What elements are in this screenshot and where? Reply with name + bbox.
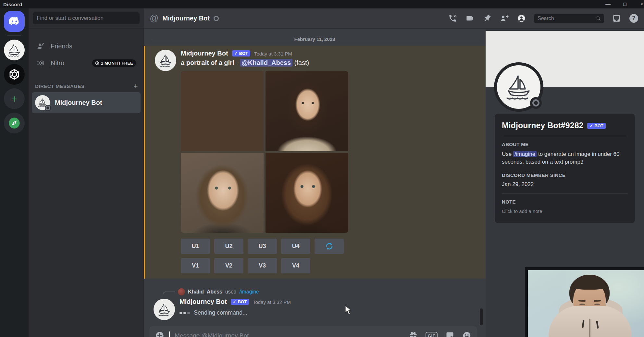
header-toolbar: Search ? <box>448 14 638 23</box>
message-text: a portrait of a girl - @Khalid_Abess (fa… <box>181 59 486 67</box>
generated-image-2[interactable] <box>266 71 348 151</box>
avatar[interactable] <box>154 299 175 320</box>
video-call-icon[interactable] <box>465 14 474 23</box>
dm-item-label: Midjourney Bot <box>55 99 102 106</box>
add-server-button[interactable]: + <box>4 88 25 109</box>
about-me-text: Use /imagine to generate an image in und… <box>502 150 628 166</box>
generated-image-3[interactable] <box>181 153 264 233</box>
nitro-badge-label: 1 MONTH FREE <box>101 61 133 66</box>
timestamp: Today at 3:31 PM <box>254 51 292 56</box>
offline-status-icon <box>214 16 219 21</box>
create-dm-icon[interactable]: + <box>134 84 138 89</box>
search-icon <box>596 16 601 21</box>
webcam-video <box>528 270 644 337</box>
voice-call-icon[interactable] <box>448 14 457 23</box>
variation-3-button[interactable]: V3 <box>248 258 277 273</box>
upscale-1-button[interactable]: U1 <box>181 239 210 254</box>
reroll-button[interactable] <box>315 239 344 254</box>
explore-servers-button[interactable] <box>4 113 25 133</box>
message-area: February 11, 2023 Midjourney Bot ✓ BOT T… <box>144 29 486 337</box>
command-link[interactable]: /imagine <box>240 289 259 295</box>
pinned-messages-icon[interactable] <box>483 14 491 23</box>
nitro-label: Nitro <box>51 59 64 67</box>
sidebar-search-row: Find or start a conversation <box>29 8 144 28</box>
maximize-button[interactable]: □ <box>621 1 628 7</box>
upscale-button-row: U1 U2 U3 U4 <box>181 239 486 254</box>
close-button[interactable]: × <box>638 1 644 7</box>
conversation-search-input[interactable]: Find or start a conversation <box>33 12 140 24</box>
offline-status-badge <box>530 97 542 109</box>
discord-logo-icon <box>8 17 20 26</box>
reply-spine <box>163 292 175 296</box>
gif-picker-icon[interactable]: GIF <box>426 332 438 337</box>
note-label: NOTE <box>502 199 628 205</box>
sidebar-item-nitro[interactable]: Nitro 1 MONTH FREE <box>32 56 140 70</box>
command-action: used <box>225 289 237 295</box>
profile-card: Midjourney Bot#9282 ✓ BOT ABOUT ME Use /… <box>495 114 635 223</box>
search-input[interactable]: Search <box>534 14 604 23</box>
typing-dots-icon <box>180 312 190 314</box>
sailboat-icon <box>503 71 534 103</box>
generated-image-1[interactable] <box>181 71 264 151</box>
home-dm-button[interactable] <box>4 11 25 32</box>
upscale-4-button[interactable]: U4 <box>281 239 310 254</box>
generated-image-grid[interactable] <box>181 71 348 233</box>
reroll-icon <box>325 242 334 251</box>
profile-avatar[interactable] <box>494 62 543 112</box>
bot-badge: ✓ BOT <box>587 123 605 129</box>
user-mention[interactable]: @Khalid_Abess <box>240 59 292 67</box>
check-icon: ✓ <box>233 299 237 304</box>
friends-label: Friends <box>51 43 72 50</box>
command-context-row: Khalid_Abess used /imagine <box>163 288 486 295</box>
inbox-icon[interactable] <box>612 14 621 23</box>
text-caret <box>169 331 170 337</box>
profile-username: Midjourney Bot#9282 ✓ BOT <box>502 121 628 130</box>
avatar[interactable] <box>178 288 185 295</box>
avatar[interactable] <box>155 50 176 71</box>
variation-4-button[interactable]: V4 <box>281 258 310 273</box>
date-divider: February 11, 2023 <box>151 36 478 42</box>
about-me-label: ABOUT ME <box>502 142 628 147</box>
upscale-3-button[interactable]: U3 <box>248 239 277 254</box>
app-title: Discord <box>3 2 22 7</box>
sidebar-item-friends[interactable]: Friends <box>32 39 140 54</box>
generated-image-4[interactable] <box>266 153 348 233</box>
dm-item-midjourney-bot[interactable]: Midjourney Bot <box>32 92 141 113</box>
message-author[interactable]: Midjourney Bot <box>180 298 227 306</box>
upscale-2-button[interactable]: U2 <box>214 239 243 254</box>
member-since-label: DISCORD MEMBER SINCE <box>502 172 628 178</box>
variation-2-button[interactable]: V2 <box>214 258 243 273</box>
sticker-icon[interactable] <box>445 331 454 337</box>
message-input[interactable]: Message @Midjourney Bot <box>175 332 249 337</box>
server-midjourney[interactable] <box>4 40 25 60</box>
attach-plus-icon[interactable] <box>155 331 164 337</box>
note-input[interactable]: Click to add a note <box>502 208 628 216</box>
window-controls: — □ × <box>604 1 644 7</box>
check-icon: ✓ <box>234 51 238 56</box>
gift-icon[interactable] <box>409 331 418 337</box>
add-friends-to-dm-icon[interactable] <box>500 14 509 23</box>
sidebar-nav: Friends Nitro 1 MONTH FREE <box>29 39 144 70</box>
sailboat-icon <box>156 302 172 317</box>
rail-divider <box>7 35 21 36</box>
openai-logo-icon <box>8 68 21 81</box>
message-author[interactable]: Midjourney Bot <box>181 50 228 57</box>
imagine-command-chip[interactable]: /imagine <box>513 151 537 157</box>
emoji-icon[interactable] <box>462 331 471 337</box>
server-openai[interactable] <box>4 64 25 85</box>
chat-scrollbar-thumb[interactable] <box>480 308 483 325</box>
command-user[interactable]: Khalid_Abess <box>188 289 222 295</box>
user-profile-toggle-icon[interactable] <box>517 14 526 23</box>
friends-icon <box>36 42 45 50</box>
divider <box>502 193 628 193</box>
webcam-overlay <box>525 267 644 337</box>
date-divider-label: February 11, 2023 <box>294 36 335 42</box>
dm-section-header[interactable]: DIRECT MESSAGES + <box>35 83 138 89</box>
minimize-button[interactable]: — <box>604 1 612 7</box>
variation-1-button[interactable]: V1 <box>181 258 210 273</box>
timestamp: Today at 3:32 PM <box>253 299 291 305</box>
help-icon[interactable]: ? <box>629 14 638 23</box>
bot-badge: ✓ BOT <box>231 299 249 305</box>
nitro-icon <box>36 59 45 67</box>
message-midjourney-grid: Midjourney Bot ✓ BOT Today at 3:31 PM a … <box>144 46 486 279</box>
